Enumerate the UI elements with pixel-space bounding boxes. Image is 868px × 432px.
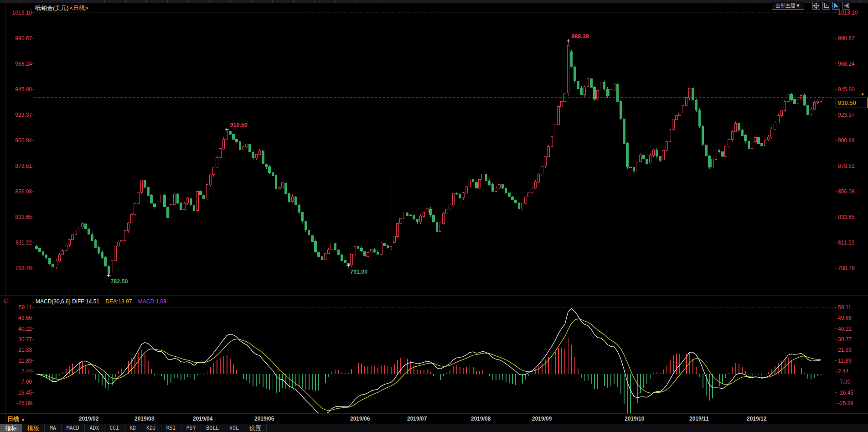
y-axis-label: 2.44 [838, 368, 866, 375]
date-axis: 日线▲ 2019/022019/032019/042019/052019/062… [0, 413, 868, 423]
axis-range-icon[interactable] [822, 2, 830, 10]
macd-params-label: MACD(30,6,6) DIFF:14.51 [36, 298, 99, 305]
x-axis-label: 2019/07 [407, 416, 427, 422]
y-axis-label: 990.67 [838, 35, 866, 42]
y-axis-label: -25.89 [4, 400, 32, 407]
y-axis-label: 811.22 [838, 239, 866, 246]
y-axis-label: 788.79 [4, 265, 32, 272]
tab-BOLL[interactable]: BOLL [201, 424, 224, 432]
y-axis-label: 878.51 [838, 162, 866, 170]
x-axis-label: 2019/06 [350, 416, 370, 422]
period-selector-label: 日线 [7, 416, 19, 422]
x-axis-label: 2019/10 [625, 416, 644, 422]
y-axis-label: 40.22 [4, 325, 32, 333]
macd-header: MACD(30,6,6) DIFF:14.51 DEA:13.97 MACD:1… [36, 298, 171, 305]
y-axis-label: 811.22 [4, 239, 32, 246]
indicator-settings-icon[interactable] [2, 297, 10, 305]
x-axis-label: 2019/11 [689, 416, 709, 422]
x-axis-label: 2019/04 [193, 416, 212, 422]
y-axis-label: 900.94 [4, 137, 32, 144]
y-axis-label: -25.89 [838, 400, 866, 407]
toolbar-icons [812, 2, 850, 10]
dock-panel-icon[interactable] [842, 2, 850, 10]
x-axis-label: 2019/03 [134, 416, 154, 422]
tab-RSI[interactable]: RSI [161, 424, 181, 432]
x-axis-label: 2019/09 [532, 416, 552, 422]
y-axis-label: 21.33 [4, 346, 32, 354]
axis-scroll-arrow-icon[interactable]: ▲ [860, 92, 865, 96]
y-axis-label: 21.33 [838, 346, 866, 354]
tab-MACD[interactable]: MACD [62, 424, 85, 432]
y-axis-label: 30.77 [4, 336, 32, 343]
y-axis-label: 1013.10 [838, 9, 866, 16]
price-marker-label: 782.50 [110, 278, 128, 285]
y-axis-label: 788.79 [838, 265, 866, 272]
tab-模板[interactable]: 模板 [22, 424, 45, 432]
y-axis-label: 968.24 [838, 60, 866, 68]
tab-MA[interactable]: MA [45, 424, 62, 432]
y-axis-label: 1013.10 [4, 9, 32, 16]
y-axis-label: 923.37 [4, 111, 32, 119]
y-axis-label: 878.51 [4, 162, 32, 170]
y-axis-label: 968.24 [4, 60, 32, 68]
indicator-tab-bar: 指标模板MAMACDADXCCIKDKDJRSIPSYBOLLVOL设置 [0, 424, 868, 432]
y-axis-label: 11.89 [4, 357, 32, 364]
y-axis-label: 59.11 [4, 304, 32, 311]
x-axis-label: 2019/08 [471, 416, 491, 422]
y-axis-label: 11.89 [838, 357, 866, 364]
tab-设置[interactable]: 设置 [244, 424, 267, 432]
period-tag: <日线> [70, 5, 88, 11]
y-axis-label: 833.65 [838, 213, 866, 221]
triangle-up-icon: ▲ [21, 417, 25, 422]
y-axis-label: 900.94 [838, 137, 866, 144]
trading-terminal: 782.50910.50791.00988.39 纸铂金(美元)<日线> 全部主… [0, 0, 868, 432]
x-axis-label: 2019/05 [254, 416, 274, 422]
tab-ADX[interactable]: ADX [85, 424, 105, 432]
y-axis-label: -7.00 [4, 378, 32, 385]
tab-VOL[interactable]: VOL [224, 424, 244, 432]
last-price-box: 938.50 [836, 98, 868, 108]
x-axis-label: 2019/12 [747, 416, 766, 422]
x-axis-label: 2019/02 [79, 416, 98, 422]
y-axis-label: 40.22 [838, 325, 866, 333]
y-axis-label: 2.44 [4, 368, 32, 375]
y-axis-label: -16.45 [838, 389, 866, 396]
tab-指标[interactable]: 指标 [0, 424, 22, 432]
y-axis-label: 49.66 [838, 314, 866, 322]
tab-PSY[interactable]: PSY [181, 424, 202, 432]
macd-dea-label: DEA:13.97 [105, 298, 132, 305]
theme-dropdown-button[interactable]: 全部主题▼ [772, 2, 804, 10]
y-axis-label: -16.45 [4, 389, 32, 396]
y-axis-label: 49.66 [4, 314, 32, 322]
period-selector[interactable]: 日线▲ [7, 415, 25, 423]
price-marker-label: 791.00 [350, 269, 367, 275]
price-marker-label: 988.39 [571, 33, 589, 40]
chart-canvas[interactable]: 782.50910.50791.00988.39 [0, 0, 868, 432]
y-axis-label: 923.37 [838, 111, 866, 119]
y-axis-label: 856.08 [4, 188, 32, 195]
pan-icon[interactable] [812, 2, 820, 10]
y-axis-label: 856.08 [838, 188, 866, 195]
y-axis-label: -7.00 [838, 378, 866, 385]
instrument-name: 纸铂金(美元) [35, 5, 69, 11]
auto-scale-icon[interactable] [832, 2, 840, 10]
tab-KD[interactable]: KD [124, 424, 141, 432]
chart-title: 纸铂金(美元)<日线> [35, 4, 88, 12]
y-axis-label: 833.65 [4, 213, 32, 221]
price-marker-label: 910.50 [230, 122, 248, 128]
y-axis-label: 59.11 [838, 304, 866, 311]
y-axis-label: 990.67 [4, 35, 32, 42]
tab-KDJ[interactable]: KDJ [141, 424, 161, 432]
y-axis-label: 945.80 [4, 86, 32, 93]
macd-value-label: MACD:1.08 [138, 298, 166, 305]
tab-CCI[interactable]: CCI [104, 424, 124, 432]
y-axis-label: 30.77 [838, 336, 866, 343]
